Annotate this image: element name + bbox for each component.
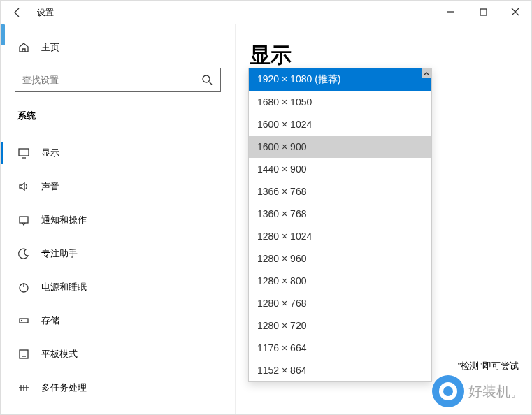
svg-rect-5 (20, 319, 28, 323)
sidebar-item-storage[interactable]: 存储 (15, 304, 221, 337)
monitor-icon (17, 147, 30, 159)
window-title: 设置 (37, 7, 54, 19)
resolution-option[interactable]: 1680 × 1050 (249, 91, 431, 113)
svg-rect-2 (19, 149, 29, 156)
resolution-option[interactable]: 1440 × 900 (249, 158, 431, 180)
sidebar-item-sound[interactable]: 声音 (15, 170, 221, 203)
watermark-logo-icon (432, 375, 464, 407)
page-title: 显示 (250, 41, 517, 70)
minimize-icon (447, 8, 455, 16)
sidebar-item-label: 平板模式 (41, 348, 78, 361)
search-input[interactable] (22, 75, 201, 85)
storage-icon (17, 314, 30, 327)
tablet-icon (17, 348, 30, 361)
close-icon (511, 8, 519, 16)
resolution-option[interactable]: 1280 × 720 (249, 314, 431, 337)
notification-icon (17, 214, 30, 226)
arrow-left-icon (12, 7, 23, 18)
sidebar-item-focus[interactable]: 专注助手 (15, 237, 221, 270)
chevron-up-icon (424, 72, 429, 75)
sidebar-item-label: 存储 (41, 314, 59, 327)
maximize-icon (480, 8, 487, 16)
resolution-option[interactable]: 1152 × 864 (249, 359, 431, 381)
resolution-option[interactable]: 1920 × 1080 (推荐) (249, 68, 431, 91)
resolution-option[interactable]: 1280 × 768 (249, 292, 431, 314)
resolution-dropdown[interactable]: 1920 × 1080 (推荐)1680 × 10501600 × 102416… (248, 68, 432, 382)
sidebar-item-label: 电源和睡眠 (41, 281, 87, 293)
home-link[interactable]: 主页 (15, 36, 221, 62)
moon-icon (17, 247, 30, 260)
search-icon (201, 73, 213, 86)
sidebar-item-label: 通知和操作 (41, 214, 87, 226)
sidebar-item-label: 声音 (41, 180, 59, 193)
back-button[interactable] (6, 1, 29, 24)
svg-rect-7 (20, 350, 28, 358)
scroll-up-button[interactable] (422, 68, 431, 78)
maximize-button[interactable] (467, 1, 499, 23)
watermark: 好装机。 (432, 375, 524, 407)
svg-rect-0 (480, 9, 487, 15)
detect-hint: "检测"即可尝试 (458, 360, 519, 372)
svg-rect-3 (20, 217, 28, 223)
section-header: 系统 (15, 103, 221, 136)
resolution-option[interactable]: 1600 × 900 (249, 136, 431, 158)
resolution-option[interactable]: 1360 × 768 (249, 203, 431, 225)
home-icon (17, 41, 30, 54)
close-button[interactable] (499, 1, 531, 23)
sidebar-item-tablet[interactable]: 平板模式 (15, 337, 221, 371)
home-label: 主页 (41, 41, 59, 54)
search-box[interactable] (15, 68, 221, 92)
resolution-option[interactable]: 1366 × 768 (249, 180, 431, 203)
sidebar-item-label: 专注助手 (41, 247, 78, 260)
sidebar-item-label: 多任务处理 (41, 381, 87, 394)
sidebar-item-multitask[interactable]: 多任务处理 (15, 371, 221, 405)
sidebar-item-display[interactable]: 显示 (15, 136, 221, 170)
resolution-option[interactable]: 1280 × 800 (249, 270, 431, 292)
svg-point-1 (203, 75, 210, 82)
svg-point-6 (22, 321, 22, 321)
watermark-text: 好装机。 (468, 382, 524, 401)
main-content: 显示 中的画面更明亮、更生动。 Windows HD Color 设置 1920… (235, 24, 531, 414)
minimize-button[interactable] (435, 1, 467, 23)
resolution-option[interactable]: 1280 × 960 (249, 247, 431, 270)
resolution-option[interactable]: 1600 × 1024 (249, 113, 431, 136)
sidebar-item-notifications[interactable]: 通知和操作 (15, 203, 221, 237)
multitask-icon (17, 381, 30, 394)
sidebar-item-power[interactable]: 电源和睡眠 (15, 270, 221, 304)
resolution-option[interactable]: 1280 × 1024 (249, 225, 431, 247)
sidebar: 主页 系统 显示 声音 通知和操作 专注助手 电源和睡眠 存储 平板模式 多任务… (1, 24, 235, 405)
sidebar-item-label: 显示 (41, 147, 59, 159)
speaker-icon (17, 180, 30, 193)
resolution-option[interactable]: 1176 × 664 (249, 337, 431, 359)
power-icon (17, 281, 30, 293)
left-accent-edge (1, 24, 5, 45)
